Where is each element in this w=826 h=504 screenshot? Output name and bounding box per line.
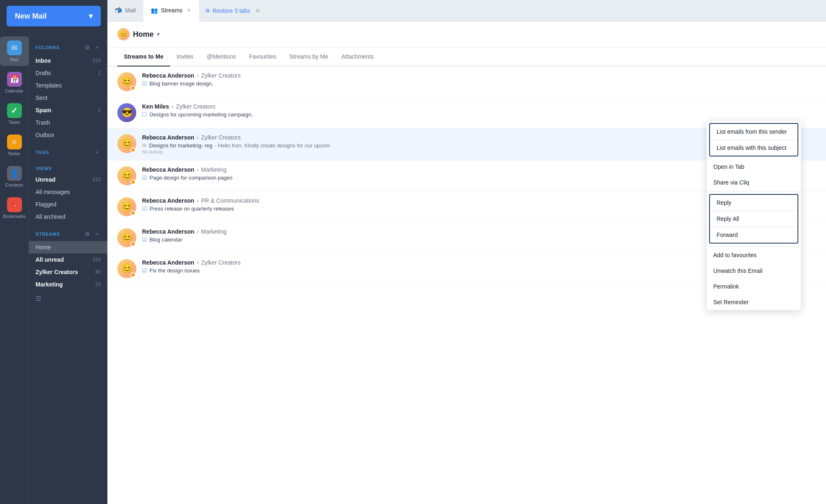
ctx-forward[interactable]: Forward: [710, 227, 798, 243]
streams-settings-icon[interactable]: ⚙: [84, 230, 91, 238]
tags-add-icon[interactable]: ＋: [93, 148, 101, 157]
email-sender: Rebecca Anderson › Zylker Creators: [142, 72, 816, 79]
stream-tab-favourites[interactable]: Favourites: [242, 47, 282, 66]
email-item[interactable]: 😊 Rebecca Anderson › Zylker Creators ☑ B…: [107, 66, 826, 97]
streams-tab-icon: 👥: [151, 7, 158, 14]
ctx-share-via-cliq[interactable]: Share via Cliq: [707, 175, 801, 190]
favourites-label: Favourites: [249, 53, 276, 60]
home-button[interactable]: 😊 Home ▾: [117, 28, 159, 40]
task-check-icon: ☑: [142, 237, 147, 243]
ctx-permalink[interactable]: Permalink: [707, 279, 801, 294]
folder-spam-name: Spam: [36, 107, 51, 114]
streams-tab-close-icon[interactable]: ✕: [186, 7, 192, 14]
streams-add-icon[interactable]: ＋: [93, 230, 101, 239]
email-subject: ☐ Designs for upcoming marketing campaig…: [142, 111, 816, 118]
sidebar-item-tasks[interactable]: ✓ Tasks: [0, 99, 29, 129]
context-menu-group-2: Reply Reply All Forward: [709, 194, 798, 244]
avatar-dot: [131, 241, 135, 246]
task-check-icon: ☑: [142, 267, 147, 274]
folder-outbox[interactable]: Outbox: [29, 129, 107, 141]
restore-tabs-close-icon[interactable]: ✕: [255, 7, 260, 14]
context-menu-group-1: List emails from this sender List emails…: [709, 123, 798, 156]
restore-tabs-icon: ⧉: [206, 7, 209, 14]
folder-spam[interactable]: Spam 1: [29, 104, 107, 116]
folder-outbox-name: Outbox: [36, 132, 54, 138]
mail-icon: ✉: [7, 40, 22, 55]
views-title: VIEWS: [36, 166, 52, 171]
sidebar-item-bookmarks[interactable]: 🔖 Bookmarks: [0, 193, 29, 223]
view-flagged[interactable]: Flagged: [29, 198, 107, 211]
attachments-label: Attachments: [342, 53, 374, 60]
view-unread[interactable]: Unread 210: [29, 173, 107, 186]
stream-tab-streams-by-me[interactable]: Streams by Me: [283, 47, 335, 66]
streams-to-me-label: Streams to Me: [124, 53, 164, 60]
streams-section-header: STREAMS ⚙ ＋: [29, 223, 107, 241]
home-chevron-icon: ▾: [157, 31, 159, 37]
tab-streams[interactable]: 👥 Streams ✕: [143, 0, 199, 21]
folder-inbox-name: Inbox: [36, 57, 51, 64]
folder-sent[interactable]: Sent: [29, 92, 107, 104]
ctx-add-to-favourites[interactable]: Add to favourites: [707, 247, 801, 263]
view-all-archived[interactable]: All archived: [29, 211, 107, 223]
view-all-messages[interactable]: All messages: [29, 186, 107, 198]
sidebar-item-notes[interactable]: ≡ Notes: [0, 130, 29, 160]
stream-marketing[interactable]: Marketing 24: [29, 278, 107, 291]
folders-section-header: FOLDERS ⚙ ＋: [29, 36, 107, 54]
stream-tab-invites[interactable]: Invites: [170, 47, 200, 66]
avatar-wrap: 😊: [117, 228, 136, 247]
ctx-set-reminder[interactable]: Set Reminder: [707, 294, 801, 310]
stream-zylker-creators-name: Zylker Creators: [36, 269, 78, 275]
view-all-messages-name: All messages: [36, 189, 70, 195]
sidebar-tasks-label: Tasks: [8, 120, 20, 125]
mail-tab-icon: 📬: [115, 7, 122, 14]
sidebar-item-calendar[interactable]: 📅 Calendar: [0, 68, 29, 97]
stream-tab-attachments[interactable]: Attachments: [335, 47, 380, 66]
email-subject: ☑ Blog banner image design,: [142, 80, 816, 87]
avatar-dot: [131, 272, 135, 277]
ctx-reply[interactable]: Reply: [710, 195, 798, 211]
view-flagged-name: Flagged: [36, 201, 57, 208]
restore-tabs-label: Restore 3 tabs: [213, 7, 250, 14]
stream-home[interactable]: Home: [29, 241, 107, 253]
avatar: 😎: [117, 103, 136, 122]
stream-home-name: Home: [36, 244, 51, 251]
ctx-list-emails-subject[interactable]: List emails with this subject: [710, 140, 798, 156]
sidebar-main: FOLDERS ⚙ ＋ Inbox 210 Drafts 1 Templates: [29, 32, 107, 504]
restore-tabs[interactable]: ⧉ Restore 3 tabs ✕: [199, 0, 267, 21]
folder-inbox[interactable]: Inbox 210: [29, 54, 107, 67]
new-mail-button[interactable]: New Mail ▾: [7, 6, 101, 26]
mail-tab-label: Mail: [125, 7, 136, 14]
tab-mail[interactable]: 📬 Mail: [107, 0, 143, 21]
email-content: Rebecca Anderson › Zylker Creators ☑ Blo…: [142, 72, 816, 87]
ctx-reply-all[interactable]: Reply All: [710, 211, 798, 227]
ctx-list-emails-sender[interactable]: List emails from this sender: [710, 124, 798, 140]
folders-add-icon[interactable]: ＋: [93, 43, 101, 52]
mentions-label: @Mentions: [206, 53, 236, 60]
ctx-open-in-tab[interactable]: Open in Tab: [707, 159, 801, 175]
avatar-wrap: 😎: [117, 103, 136, 122]
sidebar-item-mail[interactable]: ✉ Mail: [0, 36, 29, 66]
folder-trash[interactable]: Trash: [29, 116, 107, 129]
new-mail-label: New Mail: [15, 12, 47, 21]
tags-section-header: TAGS ＋: [29, 141, 107, 159]
avatar-dot: [131, 147, 135, 152]
notes-icon: ≡: [7, 135, 22, 149]
stream-zylker-creators-count: 80: [95, 269, 101, 275]
stream-all-unread[interactable]: All unread 154: [29, 253, 107, 266]
avatar-wrap: 😊: [117, 134, 136, 153]
collapse-sidebar[interactable]: ☰: [29, 291, 107, 307]
avatar-dot: [131, 85, 135, 90]
invites-label: Invites: [177, 53, 193, 60]
ctx-unwatch-email[interactable]: Unwatch this Email: [707, 263, 801, 279]
folder-sent-name: Sent: [36, 95, 47, 101]
sidebar-item-contacts[interactable]: 👤 Contacts: [0, 162, 29, 192]
folders-settings-icon[interactable]: ⚙: [84, 43, 91, 52]
views-list: Unread 210 All messages Flagged All arch…: [29, 173, 107, 223]
folder-spam-count: 1: [98, 107, 101, 113]
folder-drafts[interactable]: Drafts 1: [29, 67, 107, 79]
stream-tab-mentions[interactable]: @Mentions: [200, 47, 242, 66]
stream-all-unread-count: 154: [93, 257, 101, 263]
stream-zylker-creators[interactable]: Zylker Creators 80: [29, 266, 107, 278]
folder-templates[interactable]: Templates: [29, 79, 107, 92]
stream-tab-streams-to-me[interactable]: Streams to Me: [117, 47, 170, 66]
